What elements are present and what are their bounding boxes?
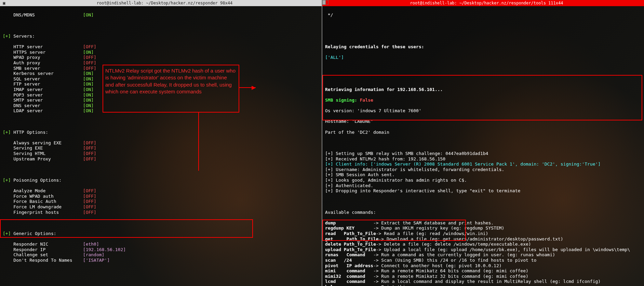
cmd-name: upload Path_To_File [325,247,376,252]
cfg-label: Analyze Mode [13,188,83,193]
relay-header: Relaying credentials for these users: [325,44,641,50]
relay-step: [+] Dropping into Responder's interactiv… [325,188,641,194]
poison-header: Poisoning Options: [13,178,62,183]
cfg-val: [OFF] [83,55,96,60]
section-marker: [+] [3,34,11,39]
cfg-val: [random] [83,252,105,257]
relay-step: [+] Client info: ['indows Server (R) 200… [325,161,641,167]
generic-header: Generic Options: [13,231,56,236]
cfg-val: [OFF] [83,145,96,151]
relay-step: [+] SMB Session Auth sent. [325,172,641,178]
smb-signing-label: SMB signing: [325,98,360,103]
cmd-name: mimi command [325,268,373,273]
section-marker: [+] [3,231,11,236]
terminal-right[interactable]: root@indishell-lab: ~/Desktop/hacker.nz/… [322,0,644,286]
cmd-desc: -> Download a file (eg: get users/admini… [379,236,563,242]
relay-users: ['ALL'] [325,55,641,60]
cfg-label: Challenge set [13,252,83,257]
cfg-label: Auth proxy [13,60,83,65]
cfg-val: [ON] [83,50,94,55]
cfg-val: [eth0] [83,242,99,247]
relay-step: [+] Authenticated. [325,183,641,188]
right-content[interactable]: */ Relaying credentials for these users:… [322,6,644,286]
section-marker: [+] [3,178,11,183]
cfg-label: HTTP server [13,44,83,49]
cfg-val: [ON] [83,103,94,108]
cfg-label: Always serving EXE [13,140,83,145]
cfg-val: [OFF] [83,188,96,193]
cfg-label: IMAP server [13,87,83,92]
http-options-header: HTTP Options: [13,130,48,135]
cfg-label: Force LM downgrade [13,204,83,209]
cfg-label: WPAD proxy [13,55,83,60]
cmd-desc: -> Run a remote Mimikatz 32 bits command… [373,274,528,279]
cfg-val: [ON] [83,81,94,87]
cfg-label: Force WPAD auth [13,194,83,199]
smb-signing-val: False [360,98,373,103]
cmd-desc: -> Extract the SAM database and print ha… [373,220,494,225]
cfg-label: POP3 server [13,92,83,98]
annotation-arrow [239,87,256,88]
cfg-val: [OFF] [83,199,96,204]
cfg-label: HTTPS server [13,50,83,55]
cfg-label: Don't Respond To Names [13,258,83,263]
left-title: root@indishell-lab: ~/Desktop/hacker.nz/… [9,1,320,5]
cmd-desc: -> Print this message. [373,284,432,286]
cmd-desc: -> Run a remote Mimikatz 64 bits command… [373,268,528,273]
cfg-label: Upstream Proxy [13,156,83,161]
cfg-val: [ON] [83,98,94,103]
cmd-desc: -> Run a local command and display the r… [373,279,601,284]
cfg-label: FTP server [13,81,83,87]
cfg-val: [192.168.56.102] [83,247,126,252]
cmd-name: read Path_To_File [325,231,376,236]
relay-step: [+] Setting up SMB relay with SMB challe… [325,151,641,156]
cfg-label: Force Basic Auth [13,199,83,204]
cfg-label: SMTP server [13,98,83,103]
right-titlebar: root@indishell-lab: ~/Desktop/hacker.nz/… [322,0,644,6]
cfg-val: ['ISATAP'] [83,258,110,263]
pane-tab-icon [322,0,328,5]
left-titlebar: ▣ root@indishell-lab: ~/Desktop/hacker.n… [0,0,322,6]
right-title: root@indishell-lab: ~/Desktop/hacker.nz/… [331,1,643,5]
cfg-val: [ON] [83,87,94,92]
cfg-val: [ON] [83,108,94,113]
cmd-name: delete Path_To_File [325,242,376,247]
cmd-name: help [325,284,373,286]
cfg-val: [OFF] [83,194,96,199]
cfg-val: [OFF] [83,204,96,209]
cmd-name: scan /24 [325,258,373,263]
cmd-desc: -> Read a file (eg: read /windows/win.in… [376,231,488,236]
left-content[interactable]: DNS/MDNS [ON] [+] Servers: HTTP server [… [0,6,322,286]
cmd-name: mimi32 command [325,274,373,279]
annotation-connector [198,113,199,171]
cmd-desc: -> Dump an HKLM registry key (eg: regdum… [373,225,505,231]
cmd-desc: -> Upload a local file (eg: upload /home… [376,247,630,252]
cfg-label: Kerberos server [13,71,83,76]
cmd-desc: -> Connect to another host (eg: pivot 10… [373,263,502,268]
osver-text: Os version: 'indows 7 Ultimate 7600' [325,108,641,114]
cfg-label: Serving EXE [13,145,83,151]
terminal-left[interactable]: ▣ root@indishell-lab: ~/Desktop/hacker.n… [0,0,322,286]
hostname-text: Hostname: 'LABONE' [325,119,641,124]
cfg-val: [OFF] [83,44,96,49]
cfg-val: [OFF] [83,156,96,161]
cfg-label: SQL server [13,76,83,81]
cmd-desc: -> Delete a file (eg: delete /windows/te… [376,242,531,247]
cmd-name: lcmd command [325,279,373,284]
cmd-desc: -> Run a command as the currently logged… [373,252,555,257]
relay-step: [+] Username: Administrator is whitelist… [325,167,641,172]
cfg-val: [OFF] [83,60,96,65]
servers-header: Servers: [13,34,35,39]
cfg-val: [OFF] [83,140,96,145]
window-icon: ▣ [1,0,7,6]
cfg-val: [ON] [83,92,94,98]
cfg-val: [OFF] [83,66,96,71]
cfg-val: [ON] [83,12,94,17]
cfg-label: LDAP server [13,108,83,113]
avail-header: Available commands: [325,210,641,215]
cmd-name: runas Command [325,252,373,257]
cmd-name: get Path_To_File [325,236,379,242]
cfg-val: [OFF] [83,210,96,215]
cfg-label: Responder NIC [13,242,83,247]
comment-text: */ [328,12,333,17]
